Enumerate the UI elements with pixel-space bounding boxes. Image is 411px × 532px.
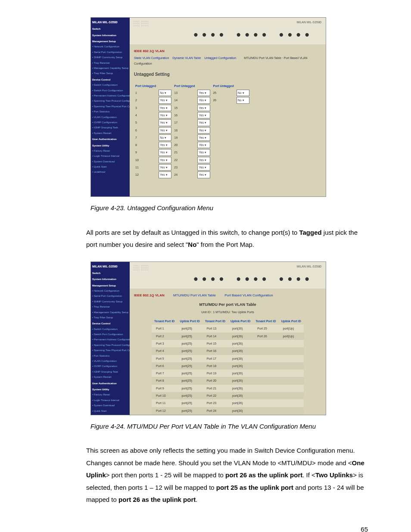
sidebar-item[interactable]: • VLAN Configuration [92, 115, 128, 120]
sidebar-item[interactable]: • Trap Receiver [92, 61, 128, 65]
table-row: 7No ▾19Yes ▾ [134, 134, 251, 141]
sidebar-item[interactable]: • Switch Port Configuration [92, 332, 128, 337]
table-row: 1No ▾13Yes ▾25No ▾ [134, 89, 251, 96]
table-row: 9Yes ▾21Yes ▾ [134, 149, 251, 156]
sidebar-item[interactable]: • IGMP Snooping Task [92, 370, 128, 374]
sidebar-item[interactable]: • Trap Filter Setup [92, 71, 128, 76]
sidebar-item[interactable]: • undefined [92, 414, 128, 415]
untagged-select[interactable]: Yes ▾ [197, 119, 210, 126]
sidebar-item[interactable]: • IGMP Snooping Task [92, 125, 128, 130]
sidebar-item[interactable]: • Permanent Address Configuration [92, 337, 128, 342]
table-row: 4Yes ▾16Yes ▾ [134, 112, 251, 119]
sidebar-item[interactable]: • Factory Reset [92, 392, 128, 397]
sidebar-item[interactable]: • Spanning Tree Protocol Configuration [92, 343, 128, 348]
untagged-select[interactable]: Yes ▾ [197, 97, 210, 103]
untagged-select[interactable]: Yes ▾ [159, 149, 171, 156]
table-subtitle: Unit ID : 1 MTU/MDU: Two Uplink Ports [134, 309, 321, 315]
table-row: 12Yes ▾24Yes ▾ [134, 171, 251, 178]
content-area: IEEE 802.1Q VLAN Static VLAN Configurati… [130, 44, 326, 196]
sidebar-item[interactable]: • Login Timeout Interval [92, 398, 128, 403]
untagged-select[interactable]: Yes ▾ [197, 134, 210, 141]
sidebar-item[interactable]: • System Download [92, 159, 128, 164]
sidebar-item[interactable]: • Permanent Address Configuration [92, 93, 128, 98]
untagged-select[interactable]: Yes ▾ [197, 149, 210, 156]
sidebar-item[interactable]: • Spanning Tree Physical Port Configurat… [92, 104, 128, 109]
table-row: 2Yes ▾14Yes ▾26No ▾ [134, 96, 251, 104]
untagged-select[interactable]: No ▾ [237, 90, 249, 96]
table-row: 10Yes ▾22Yes ▾ [134, 156, 251, 164]
mtu-mdu-table: Tenant Port IDUplink Port ID Tenant Port… [152, 317, 304, 414]
sidebar-item[interactable]: • Spanning Tree Physical Port Configurat… [92, 348, 128, 353]
breadcrumb: IEEE 802.1Q VLAN [134, 48, 321, 54]
sidebar-item[interactable]: • Serial Port Configuration [92, 294, 128, 299]
sidebar-item[interactable]: • Factory Reset [92, 149, 128, 153]
untagged-select[interactable]: Yes ▾ [197, 164, 210, 171]
sidebar-item[interactable]: • Trap Receiver [92, 305, 128, 309]
sidebar-item[interactable]: • GVRP Configuration [92, 120, 128, 125]
table-row: 3Yes ▾15Yes ▾ [134, 104, 251, 112]
untagged-select[interactable]: Yes ▾ [159, 127, 171, 134]
untagged-select[interactable]: Yes ▾ [197, 142, 210, 148]
table-row: Port 4port(25)Port 16port(26) [152, 347, 304, 355]
figure-4-23: MiLAN MIL-S3580 Switch System Informatio… [90, 17, 368, 197]
table-row: Port 9port(25)Port 21port(26) [152, 385, 304, 392]
sidebar-item[interactable]: • Trap Filter Setup [92, 315, 128, 320]
untagged-select[interactable]: Yes ▾ [159, 171, 171, 178]
sidebar-item[interactable]: • SNMP Community Setup [92, 299, 128, 304]
sidebar-item[interactable]: • SNMP Community Setup [92, 55, 128, 60]
sidebar-item[interactable]: • Serial Port Configuration [92, 50, 128, 55]
sidebar-item[interactable]: • Spanning Tree Protocol Configuration [92, 99, 128, 103]
untagged-select[interactable]: No ▾ [237, 97, 249, 103]
untagged-select[interactable]: Yes ▾ [159, 112, 171, 118]
sidebar-item[interactable]: • Management Capability Setup [92, 310, 128, 315]
sidebar-item[interactable]: • Switch Configuration [92, 83, 128, 87]
table-row: Port 6port(25)Port 18port(26) [152, 362, 304, 370]
untagged-select[interactable]: Yes ▾ [159, 97, 171, 103]
untagged-select[interactable]: Yes ▾ [197, 171, 210, 178]
untagged-select[interactable]: Yes ▾ [197, 112, 210, 118]
sublinks: Static VLAN Configuration Dynamic VLAN T… [134, 55, 321, 67]
sidebar-item[interactable]: • Switch Port Configuration [92, 88, 128, 93]
untagged-select[interactable]: No ▾ [159, 90, 171, 96]
untagged-select[interactable]: Yes ▾ [197, 157, 210, 163]
table-row: Port 11port(25)Port 23port(26) [152, 399, 304, 407]
sidebar-item[interactable]: • System Restart [92, 375, 128, 380]
sidebar-item[interactable]: • GVRP Configuration [92, 364, 128, 369]
figure-4-24: MiLAN MIL-S3580 Switch System Informatio… [90, 261, 368, 415]
sidebar-item[interactable]: • Login Timeout Interval [92, 154, 128, 159]
sidebar-item[interactable]: • Switch Configuration [92, 327, 128, 332]
sidebar-item[interactable]: • VLAN Configuration [92, 359, 128, 364]
sidebar-item[interactable]: • Management Capability Setup [92, 66, 128, 71]
tab-8021q[interactable]: IEEE 802.1Q VLAN [134, 292, 165, 299]
sidebar-item[interactable]: • Port Statistics [92, 354, 128, 358]
sidebar: MiLAN MIL-S3580 Switch System Informatio… [91, 262, 130, 415]
sidebar-item[interactable]: • Quick Start [92, 165, 128, 169]
untagged-select[interactable]: Yes ▾ [197, 90, 210, 96]
untagged-select[interactable]: Yes ▾ [197, 105, 210, 111]
table-row: Port 5port(25)Port 17port(26) [152, 355, 304, 362]
sidebar-item[interactable]: • Quick Start [92, 409, 128, 414]
brand: MiLAN MIL-S3580 [92, 19, 128, 25]
table-row: Port 12port(25)Port 24port(26) [152, 407, 304, 414]
sidebar-item[interactable]: • Network Configuration [92, 289, 128, 293]
sidebar-item[interactable]: • Port Statistics [92, 109, 128, 114]
untagged-select[interactable]: Yes ▾ [159, 119, 171, 126]
untagged-select[interactable]: Yes ▾ [159, 157, 171, 163]
section-title: Untagged Setting [134, 70, 321, 78]
sidebar-item[interactable]: • undefined [92, 170, 128, 174]
untagged-select[interactable]: Yes ▾ [159, 105, 171, 111]
content-area: IEEE 802.1Q VLAN MTU/MDU Port VLAN Table… [130, 289, 326, 415]
table-row: Port 1port(25)Port 13port(26)Port 25port… [152, 325, 304, 332]
untagged-select[interactable]: Yes ▾ [197, 127, 210, 134]
sidebar-item[interactable]: • System Download [92, 403, 128, 408]
paragraph: This screen as above only reflects the s… [86, 445, 368, 506]
sidebar-item[interactable]: • System Restart [92, 131, 128, 136]
untagged-select[interactable]: Yes ▾ [159, 142, 171, 148]
figure-caption: Figure 4-24. MTU/MDU Per Port VLAN Table… [90, 420, 368, 433]
untagged-select[interactable]: Yes ▾ [159, 164, 171, 171]
banner: ::::: :::::: ::::: :::::: ::::: :::::: •… [130, 262, 326, 289]
tab-port-based[interactable]: Port Based VLAN Configuration [224, 292, 273, 299]
untagged-select[interactable]: No ▾ [159, 134, 171, 141]
tab-mtu-mdu[interactable]: MTU/MDU Port VLAN Table [173, 292, 216, 299]
sidebar-item[interactable]: • Network Configuration [92, 44, 128, 49]
